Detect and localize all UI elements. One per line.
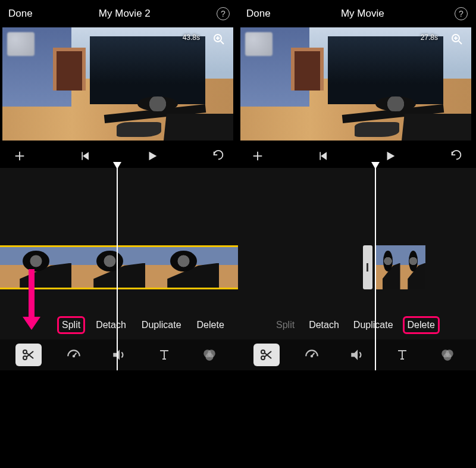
svg-line-1 xyxy=(221,41,224,44)
split-action: Split xyxy=(274,319,297,332)
delete-action[interactable]: Delete xyxy=(405,319,437,332)
play-button[interactable] xyxy=(381,147,399,165)
add-button[interactable] xyxy=(11,147,29,165)
detach-action[interactable]: Detach xyxy=(306,319,342,332)
project-title: My Movie xyxy=(271,8,455,20)
undo-button[interactable] xyxy=(447,147,465,165)
split-action[interactable]: Split xyxy=(60,319,83,332)
playhead[interactable] xyxy=(117,168,118,370)
video-preview[interactable]: 27.8s xyxy=(240,27,471,141)
svg-marker-30 xyxy=(387,152,394,161)
timeline[interactable]: SplitDetachDuplicateDelete xyxy=(238,168,476,370)
delete-action[interactable]: Delete xyxy=(195,319,227,332)
svg-marker-37 xyxy=(351,350,358,360)
svg-marker-28 xyxy=(321,152,327,160)
playhead[interactable] xyxy=(375,168,376,370)
skip-back-button[interactable] xyxy=(77,147,95,165)
timeline[interactable]: SplitDetachDuplicateDelete xyxy=(0,168,238,370)
clip[interactable] xyxy=(375,245,476,289)
help-icon[interactable]: ? xyxy=(217,7,230,20)
skip-back-button[interactable] xyxy=(315,147,333,165)
svg-rect-7 xyxy=(82,152,83,160)
text-tool[interactable] xyxy=(151,344,177,366)
play-button[interactable] xyxy=(143,147,161,165)
annotation-arrow xyxy=(23,269,40,330)
time-indicator: 27.8s xyxy=(421,33,438,42)
speed-tool[interactable] xyxy=(299,344,325,366)
undo-button[interactable] xyxy=(209,147,227,165)
volume-tool[interactable] xyxy=(344,344,370,366)
done-button[interactable]: Done xyxy=(8,8,33,20)
zoom-icon[interactable] xyxy=(211,31,227,48)
time-indicator: 43.8s xyxy=(183,33,200,42)
scissors-tool[interactable] xyxy=(253,344,280,366)
video-preview[interactable]: 43.8s xyxy=(2,27,233,141)
speed-tool[interactable] xyxy=(61,344,87,366)
filters-tool[interactable] xyxy=(196,344,223,366)
svg-point-43 xyxy=(444,353,452,361)
svg-marker-8 xyxy=(149,152,156,161)
zoom-icon[interactable] xyxy=(449,31,465,48)
detach-action[interactable]: Detach xyxy=(93,319,129,332)
scissors-tool[interactable] xyxy=(15,344,42,366)
project-title: My Movie 2 xyxy=(33,8,217,20)
svg-rect-29 xyxy=(320,152,321,160)
filters-tool[interactable] xyxy=(434,344,461,366)
svg-line-23 xyxy=(459,41,462,44)
svg-marker-6 xyxy=(83,152,89,160)
text-tool[interactable] xyxy=(389,344,415,366)
volume-tool[interactable] xyxy=(106,344,132,366)
help-icon[interactable]: ? xyxy=(455,7,468,20)
svg-point-14 xyxy=(73,355,74,357)
duplicate-action[interactable]: Duplicate xyxy=(351,319,396,332)
svg-point-21 xyxy=(206,353,214,361)
trim-handle[interactable] xyxy=(363,245,372,289)
svg-point-36 xyxy=(311,355,312,357)
duplicate-action[interactable]: Duplicate xyxy=(139,319,184,332)
add-button[interactable] xyxy=(249,147,267,165)
done-button[interactable]: Done xyxy=(246,8,271,20)
